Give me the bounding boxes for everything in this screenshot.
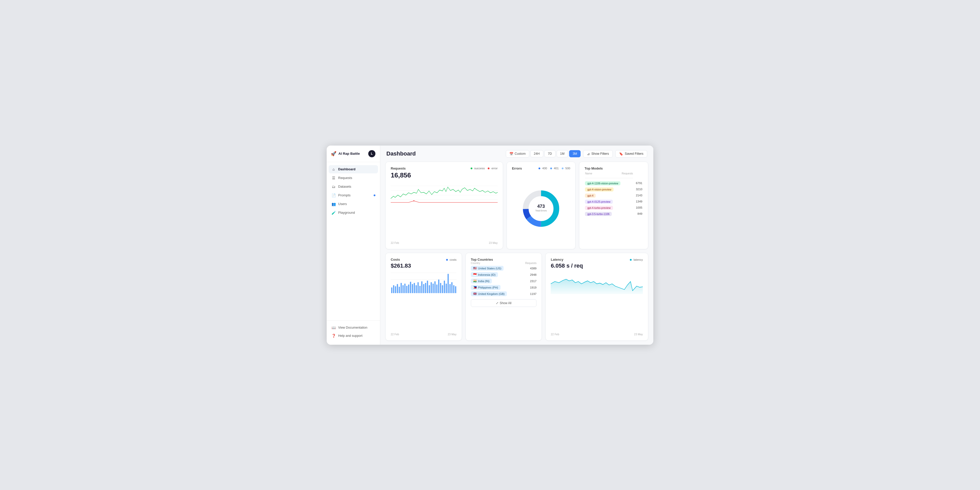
country-count: 1919 [530, 286, 537, 289]
country-name: Indonesia (ID) [478, 273, 496, 276]
model-row: gpt-4 2143 [585, 193, 642, 198]
errors-card-title: Errors [512, 166, 522, 170]
sidebar-item-label: Prompts [338, 193, 350, 197]
latency-chart-dates: 22 Feb 23 May [551, 333, 643, 336]
show-filters-button[interactable]: ⊿ Show Filters [583, 150, 613, 158]
401-dot [550, 168, 552, 169]
error-dot [488, 168, 490, 169]
country-count: 2317 [530, 279, 537, 283]
country-count: 2948 [530, 273, 537, 276]
costs-chart [391, 273, 457, 332]
svg-rect-38 [440, 283, 441, 293]
success-legend: success [471, 167, 485, 170]
time-filter-group: 📅 Custom 24H 7D 1M 3M [506, 150, 581, 158]
sidebar-item-label: Dashboard [338, 167, 355, 171]
requests-card-header: Requests success error [391, 166, 498, 170]
1m-filter-btn[interactable]: 1M [557, 150, 568, 157]
model-count: 849 [633, 211, 642, 217]
3m-filter-btn[interactable]: 3M [569, 150, 581, 157]
top-models-card: Top Models Name Requests gpt-4-1106-visi… [579, 162, 648, 249]
svg-rect-32 [429, 285, 430, 293]
countries-card-title: Top Countries [471, 258, 537, 262]
custom-filter-btn[interactable]: 📅 Custom [506, 150, 529, 158]
svg-point-4 [414, 200, 414, 201]
countries-table-header: Country Requests [471, 262, 537, 265]
costs-card: Costs costs $261.83 [385, 253, 462, 341]
requests-chart-dates: 22 Feb 23 May [391, 241, 498, 244]
24h-filter-btn[interactable]: 24H [530, 150, 543, 157]
saved-filters-button[interactable]: 🔖 Saved Filters [615, 150, 647, 158]
svg-rect-28 [422, 281, 423, 293]
latency-card-title: Latency [551, 258, 563, 262]
expand-icon: ⤢ [496, 301, 498, 305]
requests-value: 16,856 [391, 171, 498, 179]
sidebar-item-label: Users [338, 202, 347, 206]
sidebar-footer: 📖 View Documentation ❓ Help and support [327, 321, 380, 345]
latency-card: Latency latency 6.058 s / req [546, 253, 648, 341]
svg-rect-21 [408, 284, 409, 293]
country-name: United States (US) [478, 267, 501, 270]
country-name: India (IN) [478, 279, 490, 283]
model-count: 2143 [633, 193, 642, 198]
brand-name: AI Rap Battle [339, 152, 360, 155]
help-icon: ❓ [331, 334, 336, 338]
latency-value: 6.058 s / req [551, 262, 643, 269]
view-documentation-link[interactable]: 📖 View Documentation [329, 324, 378, 332]
top-models-title: Top Models [584, 166, 643, 170]
latency-card-header: Latency latency [551, 258, 643, 262]
sidebar-item-prompts[interactable]: 📄 Prompts [329, 191, 378, 200]
model-row: gpt-3.5-turbo-1106 849 [585, 211, 642, 217]
sidebar-brand: 🚀 AI Rap Battle [331, 151, 360, 156]
sidebar-header: 🚀 AI Rap Battle L [327, 145, 380, 162]
svg-rect-23 [412, 284, 413, 293]
svg-rect-19 [404, 284, 406, 293]
country-flag: 🇺🇸 [473, 267, 477, 270]
country-badge: 🇵🇭 Philippines (PH) [471, 285, 501, 290]
model-row: gpt-4-turbo-preview 1005 [585, 205, 642, 211]
500-legend: 500 [562, 167, 570, 170]
playground-icon: 🧪 [331, 211, 336, 215]
model-badge: gpt-4-vision-preview [585, 187, 614, 192]
500-dot [562, 168, 563, 169]
brand-icon: 🚀 [331, 151, 336, 156]
prompts-icon: 📄 [331, 193, 336, 197]
svg-rect-20 [406, 286, 407, 293]
help-support-link[interactable]: ❓ Help and support [329, 332, 378, 340]
model-count: 1349 [633, 199, 642, 204]
model-count: 6791 [633, 180, 642, 186]
sidebar-item-users[interactable]: 👥 Users [329, 200, 378, 208]
svg-rect-31 [427, 281, 428, 293]
svg-rect-42 [448, 274, 449, 293]
models-table: Name Requests gpt-4-1106-vision-preview … [584, 171, 643, 217]
models-col-name: Name [585, 172, 592, 176]
show-all-button[interactable]: ⤢ Show All [471, 299, 537, 307]
costs-card-title: Costs [391, 258, 400, 262]
svg-rect-41 [445, 284, 447, 293]
countries-card: Top Countries Country Requests 🇺🇸 United… [466, 253, 542, 341]
dashboard-row-2: Costs costs $261.83 [385, 253, 648, 341]
sidebar-item-datasets[interactable]: 🗂 Datasets [329, 183, 378, 191]
sidebar-item-dashboard[interactable]: ⌂ Dashboard [329, 165, 378, 173]
model-row: gpt-4-vision-preview 3210 [585, 187, 642, 192]
errors-donut-chart: 473 Total Errors [520, 188, 562, 229]
requests-card-title: Requests [391, 166, 406, 170]
save-filter-icon: 🔖 [619, 152, 623, 156]
costs-legend: costs [446, 258, 457, 261]
svg-rect-44 [451, 282, 452, 293]
costs-dot [446, 259, 448, 261]
dashboard-row-1: Requests success error 16,8 [385, 162, 648, 249]
requests-legend: success error [471, 167, 498, 170]
docs-label: View Documentation [338, 326, 367, 329]
sidebar-item-label: Datasets [338, 185, 351, 188]
errors-card: Errors 400 401 [507, 162, 576, 249]
models-table-header: Name Requests [585, 172, 633, 178]
costs-chart-dates: 22 Feb 23 May [391, 333, 457, 336]
7d-filter-btn[interactable]: 7D [544, 150, 555, 157]
sidebar-item-playground[interactable]: 🧪 Playground [329, 209, 378, 217]
svg-rect-34 [433, 284, 434, 293]
400-legend: 400 [538, 167, 547, 170]
latency-chart [551, 271, 643, 332]
sidebar-item-requests[interactable]: ☰ Requests [329, 174, 378, 182]
costs-card-header: Costs costs [391, 258, 457, 262]
model-count: 3210 [633, 187, 642, 192]
